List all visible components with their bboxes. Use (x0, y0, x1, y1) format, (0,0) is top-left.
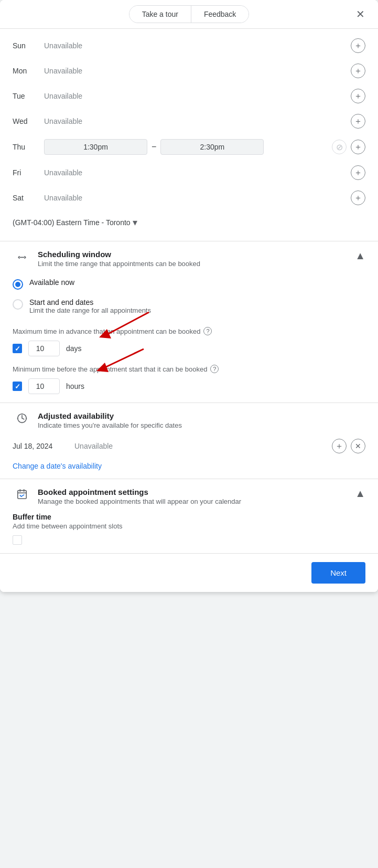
monday-row: Mon Unavailable ＋ (13, 58, 365, 83)
schedule-section: Sun Unavailable ＋ Mon Unavailable ＋ Tue … (0, 29, 378, 241)
tuesday-status: Unavailable (44, 92, 351, 100)
thursday-end-time[interactable] (160, 139, 264, 155)
wednesday-status: Unavailable (44, 117, 351, 125)
wednesday-label: Wed (13, 117, 44, 125)
thursday-row: Thu − ⊘ ＋ (13, 134, 365, 160)
scheduling-window-radio-group: Available now Start and end dates Limit … (13, 274, 365, 319)
scheduling-window-icon (13, 251, 31, 262)
max-advance-label: Maximum time in advance that an appointm… (13, 327, 365, 335)
wednesday-row: Wed Unavailable ＋ (13, 109, 365, 134)
buffer-time-checkbox[interactable] (13, 535, 22, 545)
sunday-status: Unavailable (44, 41, 351, 50)
scheduling-window-subtitle: Limit the time range that appointments c… (38, 260, 349, 268)
thursday-time-dash: − (152, 142, 156, 152)
max-advance-section: Maximum time in advance that an appointm… (13, 327, 365, 356)
adjusted-actions: ＋ ✕ (332, 439, 365, 453)
min-time-label: Minimum time before the appointment star… (13, 365, 365, 373)
saturday-actions: ＋ (351, 190, 365, 205)
timezone-chevron-icon: ▾ (133, 217, 137, 228)
booked-appointment-collapse-button[interactable]: ▲ (355, 488, 365, 500)
close-button[interactable]: ✕ (351, 5, 370, 24)
adjusted-availability-section: Adjusted availability Indicate times you… (0, 403, 378, 479)
close-icon: ✕ (356, 8, 365, 20)
footer: Next (0, 553, 378, 592)
monday-status: Unavailable (44, 67, 351, 75)
max-advance-label-text: Maximum time in advance that an appointm… (13, 327, 200, 335)
change-date-availability-link[interactable]: Change a date's availability (13, 462, 365, 470)
chevron-up-icon: ▲ (355, 250, 365, 262)
tuesday-add-button[interactable]: ＋ (351, 89, 365, 103)
sunday-actions: ＋ (351, 38, 365, 53)
start-end-dates-sublabel: Limit the date range for all appointment… (29, 306, 151, 314)
min-time-input-row: hours (13, 378, 365, 394)
monday-add-button[interactable]: ＋ (351, 63, 365, 78)
adjusted-availability-header: Adjusted availability Indicate times you… (13, 411, 365, 429)
max-advance-input-row: days (13, 341, 365, 356)
min-time-label-text: Minimum time before the appointment star… (13, 365, 207, 373)
adjusted-add-button[interactable]: ＋ (332, 439, 347, 453)
start-end-dates-text: Start and end dates Limit the date range… (29, 298, 151, 314)
tuesday-actions: ＋ (351, 89, 365, 103)
take-a-tour-tab[interactable]: Take a tour (129, 6, 191, 23)
adjusted-availability-title-group: Adjusted availability Indicate times you… (38, 411, 365, 429)
start-end-dates-radio[interactable] (13, 299, 23, 310)
saturday-status: Unavailable (44, 194, 351, 202)
thursday-add-button[interactable]: ＋ (351, 140, 365, 154)
thursday-actions: ⊘ ＋ (332, 140, 365, 154)
min-time-checkbox[interactable] (13, 382, 22, 391)
start-end-dates-option[interactable]: Start and end dates Limit the date range… (13, 294, 365, 319)
monday-label: Mon (13, 67, 44, 75)
friday-add-button[interactable]: ＋ (351, 165, 365, 180)
scheduling-window-collapse-button[interactable]: ▲ (355, 250, 365, 262)
saturday-row: Sat Unavailable ＋ (13, 185, 365, 210)
min-time-input[interactable] (28, 378, 60, 394)
feedback-tab[interactable]: Feedback (191, 6, 249, 23)
friday-status: Unavailable (44, 168, 351, 177)
min-time-unit: hours (66, 382, 84, 390)
sunday-label: Sun (13, 41, 44, 50)
friday-row: Fri Unavailable ＋ (13, 160, 365, 185)
monday-actions: ＋ (351, 63, 365, 78)
thursday-label: Thu (13, 143, 44, 151)
booked-appointment-title: Booked appointment settings (38, 488, 349, 496)
booked-appointment-icon (13, 489, 31, 500)
max-advance-input[interactable] (28, 341, 60, 356)
booked-appointment-title-group: Booked appointment settings Manage the b… (38, 488, 349, 505)
timezone-selector[interactable]: (GMT-04:00) Eastern Time - Toronto ▾ (13, 210, 365, 232)
max-advance-help-icon[interactable]: ? (203, 327, 212, 335)
wednesday-add-button[interactable]: ＋ (351, 114, 365, 129)
max-advance-checkbox[interactable] (13, 344, 22, 353)
scheduling-window-section: Scheduling window Limit the time range t… (0, 241, 378, 403)
booked-appointment-subtitle: Manage the booked appointments that will… (38, 497, 349, 505)
modal-container: Take a tour Feedback ✕ Sun Unavailable ＋… (0, 0, 378, 592)
available-now-text: Available now (29, 278, 74, 287)
top-bar-tabs: Take a tour Feedback (129, 5, 250, 23)
top-bar: Take a tour Feedback ✕ (0, 0, 378, 29)
booked-appointment-section: Booked appointment settings Manage the b… (0, 479, 378, 553)
thursday-remove-button[interactable]: ⊘ (332, 140, 347, 154)
adjusted-availability-title: Adjusted availability (38, 411, 365, 420)
friday-actions: ＋ (351, 165, 365, 180)
sunday-add-button[interactable]: ＋ (351, 38, 365, 53)
adjusted-remove-button[interactable]: ✕ (351, 439, 365, 453)
tuesday-label: Tue (13, 92, 44, 100)
min-time-section: Minimum time before the appointment star… (13, 365, 365, 394)
available-now-radio[interactable] (13, 279, 23, 290)
next-button[interactable]: Next (311, 562, 365, 584)
adjusted-availability-subtitle: Indicate times you're available for spec… (38, 421, 365, 429)
saturday-label: Sat (13, 194, 44, 202)
saturday-add-button[interactable]: ＋ (351, 190, 365, 205)
adjusted-availability-row: Jul 18, 2024 Unavailable ＋ ✕ (13, 435, 365, 458)
adjusted-date: Jul 18, 2024 (13, 442, 70, 450)
tuesday-row: Tue Unavailable ＋ (13, 83, 365, 109)
buffer-time-subtitle: Add time between appointment slots (13, 522, 365, 530)
available-now-option[interactable]: Available now (13, 274, 365, 294)
thursday-start-time[interactable] (44, 139, 147, 155)
scheduling-window-header: Scheduling window Limit the time range t… (13, 250, 365, 268)
svg-rect-5 (18, 491, 27, 499)
min-time-help-icon[interactable]: ? (210, 365, 219, 373)
buffer-time-title: Buffer time (13, 513, 365, 521)
buffer-time-subsection: Buffer time Add time between appointment… (13, 513, 365, 545)
buffer-time-input-row (13, 535, 365, 545)
scheduling-window-title: Scheduling window (38, 250, 349, 259)
